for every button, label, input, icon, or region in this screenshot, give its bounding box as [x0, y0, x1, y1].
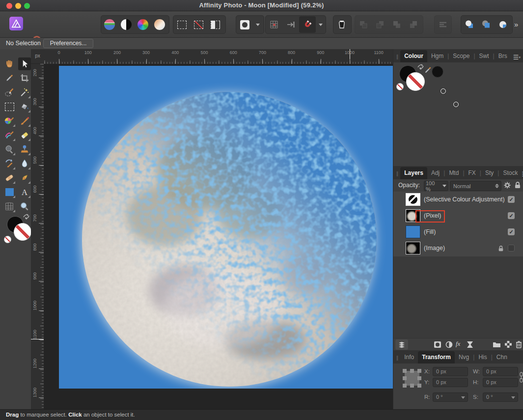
tab-transform[interactable]: Transform: [418, 351, 455, 364]
tab-fx[interactable]: FX: [465, 167, 480, 179]
w-field[interactable]: 0 px: [483, 367, 518, 376]
tab-chn[interactable]: Chn: [493, 351, 511, 364]
selection-brush-tool[interactable]: [3, 86, 16, 99]
clone-stamp-tool[interactable]: [18, 143, 31, 156]
magnet-snapping-button[interactable]: [299, 16, 316, 33]
marquee-tool[interactable]: [3, 100, 16, 113]
picked-colour-swatch[interactable]: [432, 66, 443, 78]
layer-row-pixel[interactable]: (Pixel) ✓: [393, 208, 523, 224]
auto-contrast-button[interactable]: [118, 16, 135, 33]
snapping-move-button[interactable]: [282, 16, 299, 33]
swap-colours-icon[interactable]: [23, 213, 30, 220]
shear-dropdown[interactable]: 0 °: [483, 392, 518, 402]
delete-icon[interactable]: [516, 340, 522, 348]
tab-adj[interactable]: Adj: [427, 167, 443, 179]
lock-icon[interactable]: [514, 181, 521, 189]
snapping-dropdown[interactable]: [319, 24, 323, 26]
flood-select-tool[interactable]: [18, 86, 31, 99]
y-field[interactable]: 0 px: [433, 378, 468, 387]
pen-tool[interactable]: [18, 171, 31, 184]
shape-tool[interactable]: [3, 186, 16, 198]
layer-visibility-checkbox[interactable]: [508, 245, 515, 252]
image-thumbnail[interactable]: [406, 242, 420, 254]
toolbar-overflow-chevron[interactable]: »: [514, 20, 518, 28]
alignment-button[interactable]: [435, 16, 451, 33]
tab-mtd[interactable]: Mtd: [445, 167, 463, 179]
panel-grip[interactable]: ||: [396, 171, 398, 176]
sl-marker[interactable]: [453, 102, 459, 107]
layer-visibility-checkbox[interactable]: ✓: [508, 212, 515, 219]
back-colour-swatch[interactable]: [14, 223, 31, 241]
colour-replacement-tool[interactable]: [3, 114, 16, 127]
tab-scope[interactable]: Scope: [449, 50, 473, 62]
pattern-icon[interactable]: [505, 341, 512, 348]
panel-menu-icon[interactable]: ☰▾: [513, 55, 521, 60]
auto-colour-button[interactable]: [135, 16, 151, 33]
undo-brush-tool[interactable]: [3, 157, 16, 170]
assistant-button[interactable]: [333, 16, 350, 33]
boolean-subtract-button[interactable]: [478, 16, 495, 33]
blur-tool[interactable]: [18, 157, 31, 170]
mask-icon[interactable]: [434, 341, 441, 348]
dodge-tool[interactable]: [3, 143, 16, 156]
boolean-intersect-button[interactable]: [495, 16, 511, 33]
snapping-grid-button[interactable]: [266, 16, 282, 33]
layer-row-fill[interactable]: (Fill) ✓: [393, 224, 523, 241]
crop-tool[interactable]: [18, 72, 31, 84]
healing-tool[interactable]: [3, 171, 16, 184]
mesh-warp-tool[interactable]: [3, 200, 16, 213]
arrange-back-button[interactable]: [355, 16, 372, 33]
marquee-selection-button[interactable]: [173, 16, 190, 33]
view-mode-dropdown[interactable]: [256, 24, 260, 26]
horizontal-ruler[interactable]: 010020030040050060070080090010001100: [44, 49, 393, 64]
tab-colour[interactable]: Colour: [400, 50, 427, 62]
flood-fill-tool[interactable]: [18, 100, 31, 113]
fill-thumbnail[interactable]: [406, 225, 420, 238]
moon-document[interactable]: [59, 66, 393, 389]
x-field[interactable]: 0 px: [433, 367, 468, 376]
ruler-unit-corner[interactable]: px: [31, 49, 44, 64]
view-mode-button[interactable]: [236, 16, 253, 33]
fx-icon[interactable]: fx: [456, 340, 460, 348]
move-tool[interactable]: [18, 57, 31, 70]
tab-info[interactable]: Info: [400, 351, 418, 364]
auto-levels-button[interactable]: [101, 16, 118, 33]
smudge-tool[interactable]: [3, 129, 16, 141]
hue-marker[interactable]: [440, 88, 446, 94]
link-dimensions-icon[interactable]: [520, 372, 523, 383]
panel-grip[interactable]: ||: [396, 355, 398, 361]
layer-row-selective-colour[interactable]: (Selective Colour Adjustment) ✓: [393, 192, 523, 208]
zoom-tool[interactable]: [18, 200, 31, 213]
deselect-button[interactable]: [190, 16, 207, 33]
affinity-photo-logo[interactable]: [8, 15, 25, 32]
tab-hgm[interactable]: Hgm: [427, 50, 447, 62]
arrange-backward-button[interactable]: [372, 16, 388, 33]
tab-brs[interactable]: Brs: [495, 50, 511, 62]
adjustment-icon[interactable]: [445, 341, 453, 348]
h-field[interactable]: 0 px: [483, 378, 518, 387]
layer-row-image[interactable]: (Image): [393, 240, 523, 257]
layer-visibility-checkbox[interactable]: ✓: [508, 196, 515, 203]
erase-tool[interactable]: [18, 129, 31, 141]
group-icon[interactable]: [493, 341, 501, 348]
boolean-add-button[interactable]: [461, 16, 478, 33]
preferences-button[interactable]: Preferences...: [43, 39, 93, 48]
colour-none-swatch[interactable]: [396, 83, 404, 90]
arrange-forward-button[interactable]: [388, 16, 405, 33]
tab-stock[interactable]: Stock: [499, 167, 522, 179]
auto-white-balance-button[interactable]: [151, 16, 168, 33]
tab-swt[interactable]: Swt: [475, 50, 493, 62]
colour-picker-tool[interactable]: [3, 72, 16, 84]
panel-grip[interactable]: ||: [396, 54, 398, 59]
tab-his[interactable]: His: [474, 351, 491, 364]
canvas-viewport[interactable]: [44, 64, 393, 409]
layers-opacity-dropdown[interactable]: 100 %: [424, 181, 448, 191]
rotation-dropdown[interactable]: 0 °: [433, 392, 468, 402]
live-filter-icon[interactable]: [467, 341, 473, 348]
adjustment-thumbnail[interactable]: [406, 193, 420, 206]
paint-brush-tool[interactable]: [18, 114, 31, 127]
tab-nvg[interactable]: Nvg: [455, 351, 473, 364]
blend-options-gear-icon[interactable]: [503, 181, 511, 189]
anchor-selector[interactable]: [402, 367, 422, 389]
tab-layers[interactable]: Layers: [400, 167, 427, 179]
